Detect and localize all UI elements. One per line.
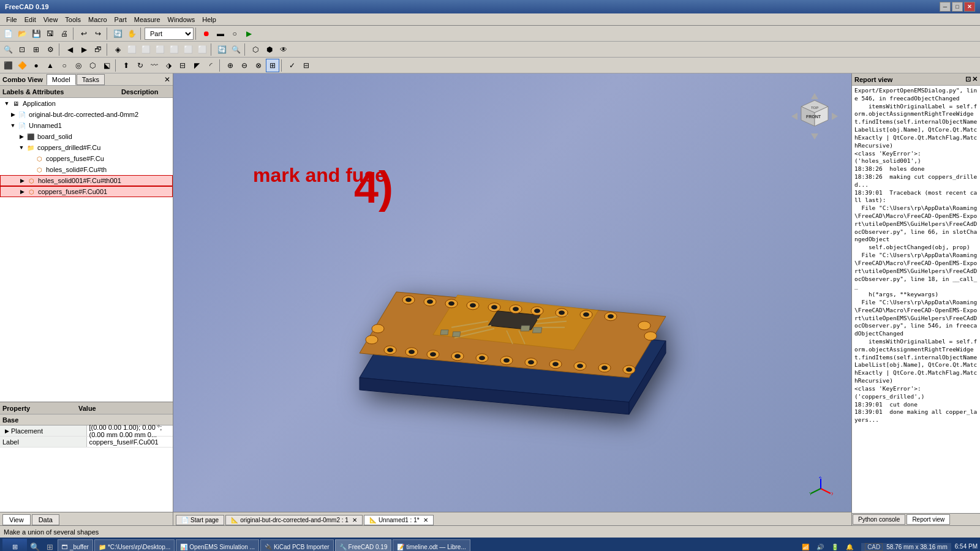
menu-item-edit[interactable]: Edit bbox=[21, 15, 40, 24]
part-cone[interactable]: ▲ bbox=[43, 59, 57, 72]
prop-label[interactable]: Label coppers_fuse#F.Cu001 bbox=[0, 437, 173, 448]
section[interactable]: ⊟ bbox=[176, 59, 189, 72]
view3d-toggle[interactable]: 🗗 bbox=[91, 43, 105, 56]
report-close-button[interactable]: ✕ bbox=[972, 75, 978, 83]
redo-button[interactable]: ↪ bbox=[91, 27, 105, 40]
view-right[interactable]: ⬜ bbox=[153, 43, 167, 56]
tab-python-console[interactable]: Python console bbox=[853, 514, 905, 525]
view-isometric[interactable]: ◈ bbox=[111, 43, 124, 56]
tab-model[interactable]: Model bbox=[47, 74, 76, 85]
visibility[interactable]: 👁 bbox=[277, 43, 290, 56]
save-all-button[interactable]: 🖫 bbox=[43, 27, 57, 40]
print-button[interactable]: 🖨 bbox=[58, 27, 71, 40]
taskbar-kicad[interactable]: 🔌 KiCad PCB Importer bbox=[260, 539, 334, 551]
prop-placement[interactable]: ▶Placement [(0.00 0.00 1.00); 0.00 °; (0… bbox=[0, 425, 173, 437]
workbench-selector[interactable]: Part Part Design Sketcher bbox=[145, 28, 194, 40]
fuse-button[interactable]: ⊞ bbox=[266, 59, 279, 72]
view-home[interactable]: 🔍 bbox=[1, 43, 15, 56]
play-button[interactable]: ▶ bbox=[242, 27, 255, 40]
tab-start-page[interactable]: 📄 Start page bbox=[176, 515, 224, 525]
close-tab-2[interactable]: ✕ bbox=[423, 517, 428, 523]
tree-holes-solid001[interactable]: ▶ ⬡ holes_solid001#F.Cu#th001 bbox=[0, 175, 173, 186]
tree-board-solid[interactable]: ▶ ⬛ board_solid bbox=[0, 131, 173, 142]
tab-data[interactable]: Data bbox=[32, 514, 59, 525]
tree-coppers-fuse001[interactable]: ▶ ⬡ coppers_fuse#F.Cu001 bbox=[0, 186, 173, 197]
wireframe[interactable]: ⬡ bbox=[249, 43, 262, 56]
taskbar-libreoffice[interactable]: 📝 timeline.odt — Libre... bbox=[393, 539, 470, 551]
view-fit[interactable]: ⊡ bbox=[15, 43, 29, 56]
boolean-cut[interactable]: ⊖ bbox=[238, 59, 251, 72]
save-button[interactable]: 💾 bbox=[29, 27, 43, 40]
view-options[interactable]: ⚙ bbox=[43, 43, 57, 56]
loft[interactable]: ⬗ bbox=[162, 59, 175, 72]
tab-view[interactable]: View bbox=[2, 514, 31, 525]
close-tab-1[interactable]: ✕ bbox=[352, 517, 357, 523]
chamfer[interactable]: ◤ bbox=[190, 59, 203, 72]
task-view-button[interactable]: ⊞ bbox=[43, 539, 56, 551]
open-button[interactable]: 📂 bbox=[15, 27, 29, 40]
thickness[interactable]: ⊟ bbox=[300, 59, 313, 72]
taskbar-buffer[interactable]: 🗔 _buffer bbox=[58, 539, 93, 551]
new-button[interactable]: 📄 bbox=[1, 27, 15, 40]
search-button[interactable]: 🔍 bbox=[28, 539, 42, 551]
fillet[interactable]: ◜ bbox=[204, 59, 217, 72]
boolean-intersect[interactable]: ⊗ bbox=[252, 59, 265, 72]
menu-item-macro[interactable]: Macro bbox=[85, 15, 111, 24]
solid-view[interactable]: ⬢ bbox=[263, 43, 276, 56]
menu-item-measure[interactable]: Measure bbox=[130, 15, 164, 24]
view-rear[interactable]: ⬜ bbox=[167, 43, 181, 56]
part-cylinder[interactable]: 🔶 bbox=[15, 59, 29, 72]
taskbar-freecad[interactable]: 🔧 FreeCAD 0.19 bbox=[335, 539, 392, 551]
report-expand-icon[interactable]: ⊡ bbox=[965, 75, 971, 83]
tree-coppers-fuse[interactable]: ⬡ coppers_fuse#F.Cu bbox=[0, 153, 173, 164]
close-button[interactable]: ✕ bbox=[964, 2, 975, 12]
tab-report-view[interactable]: Report view bbox=[907, 514, 950, 525]
forward-nav[interactable]: ▶ bbox=[77, 43, 91, 56]
refresh-button[interactable]: 🔄 bbox=[111, 27, 124, 40]
nav-cube[interactable]: FRONT TOP bbox=[790, 92, 839, 141]
undo-button[interactable]: ↩ bbox=[77, 27, 91, 40]
maximize-button[interactable]: □ bbox=[952, 2, 963, 12]
view-selection[interactable]: ⊞ bbox=[29, 43, 43, 56]
combo-close-button[interactable]: ✕ bbox=[164, 75, 170, 84]
tree-holes-solid[interactable]: ⬡ holes_solid#F.Cu#th bbox=[0, 164, 173, 175]
menu-item-windows[interactable]: Windows bbox=[164, 15, 199, 24]
taskbar-desktop[interactable]: 📁 *C:\Users\rp\Desktop... bbox=[94, 539, 175, 551]
taskbar-clock[interactable]: 6:54 PM bbox=[955, 543, 978, 550]
part-prism[interactable]: ⬡ bbox=[86, 59, 99, 72]
tree-original-doc[interactable]: ▶ 📄 original-but-drc-corrected-and-0mm2 bbox=[0, 109, 173, 120]
zoom-box[interactable]: 🔍 bbox=[229, 43, 243, 56]
stop-recording[interactable]: ⏺ bbox=[200, 27, 213, 40]
view-bottom[interactable]: ⬜ bbox=[181, 43, 195, 56]
view-top[interactable]: ⬜ bbox=[139, 43, 153, 56]
viewport[interactable]: mark and fuse 4) bbox=[173, 73, 851, 525]
menu-item-help[interactable]: Help bbox=[198, 15, 220, 24]
part-tube[interactable]: ◎ bbox=[72, 59, 85, 72]
menu-item-file[interactable]: File bbox=[2, 15, 21, 24]
tab-original-doc[interactable]: 📐 original-but-drc-corrected-and-0mm2 : … bbox=[225, 515, 363, 525]
view-left[interactable]: ⬜ bbox=[195, 43, 209, 56]
box-tool[interactable]: ▬ bbox=[214, 27, 227, 40]
circle-tool[interactable]: ○ bbox=[228, 27, 241, 40]
revolve[interactable]: ↻ bbox=[134, 59, 147, 72]
part-torus[interactable]: ○ bbox=[58, 59, 71, 72]
part-box[interactable]: ⬛ bbox=[1, 59, 15, 72]
part-wedge[interactable]: ⬕ bbox=[100, 59, 113, 72]
view-front[interactable]: ⬜ bbox=[125, 43, 138, 56]
start-button[interactable]: ⊞ bbox=[2, 539, 27, 551]
back-nav[interactable]: ◀ bbox=[63, 43, 77, 56]
tree-unnamed1[interactable]: ▼ 📄 Unnamed1 bbox=[0, 120, 173, 131]
menu-item-view[interactable]: View bbox=[40, 15, 62, 24]
tab-unnamed1-active[interactable]: 📐 Unnamed1 : 1* ✕ bbox=[364, 515, 434, 525]
check-geometry[interactable]: ✓ bbox=[285, 59, 299, 72]
extrude[interactable]: ⬆ bbox=[119, 59, 133, 72]
menu-item-tools[interactable]: Tools bbox=[61, 15, 85, 24]
minimize-button[interactable]: ─ bbox=[940, 2, 951, 12]
menu-item-part[interactable]: Part bbox=[111, 15, 130, 24]
tab-tasks[interactable]: Tasks bbox=[77, 74, 105, 85]
tree-coppers-drilled[interactable]: ▼ 📁 coppers_drilled#F.Cu bbox=[0, 142, 173, 153]
report-content[interactable]: Export/ExportOpenEMSDialog.py", line 546… bbox=[852, 86, 980, 513]
boolean-union[interactable]: ⊕ bbox=[224, 59, 237, 72]
sweep[interactable]: 〰 bbox=[148, 59, 161, 72]
stop-button[interactable]: ✋ bbox=[125, 27, 138, 40]
